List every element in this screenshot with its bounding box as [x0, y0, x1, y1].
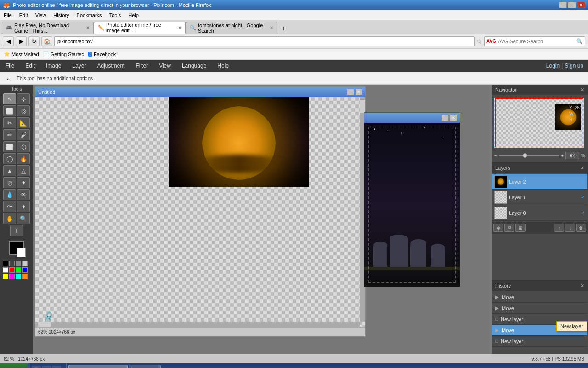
history-move-1[interactable]: ▶ Move	[492, 292, 587, 303]
crop-tool[interactable]: ✂	[3, 117, 16, 128]
zoom-slider[interactable]	[499, 155, 559, 156]
layer-add-group[interactable]: ⊕	[493, 224, 503, 232]
menu-view[interactable]: View	[32, 10, 50, 20]
swatch-dark[interactable]	[9, 261, 15, 266]
hand-tool[interactable]: ✋	[3, 213, 16, 224]
minimize-button[interactable]: _	[559, 2, 567, 8]
zoom-tool[interactable]: 🔍	[17, 213, 30, 224]
zoom-slider-thumb[interactable]	[523, 153, 527, 158]
layer-item-0[interactable]: Layer 0 ✓	[492, 205, 587, 221]
app-menu-file[interactable]: File	[0, 60, 20, 72]
layer-up[interactable]: ↑	[554, 224, 564, 232]
app-menu-edit[interactable]: Edit	[20, 60, 40, 72]
layer-item-2[interactable]: Layer 2 ✓	[492, 174, 587, 190]
canvas-viewport[interactable]: 🔗	[35, 97, 365, 327]
dodge-tool[interactable]: ◯	[3, 153, 16, 164]
text-tool[interactable]: T	[10, 225, 23, 236]
reload-button[interactable]: ↻	[28, 36, 40, 46]
taskbar-haunted[interactable]: 🖼️ haunted	[129, 365, 161, 368]
search-input[interactable]	[498, 39, 574, 44]
layer-down[interactable]: ↓	[565, 224, 575, 232]
eraser-tool[interactable]: ⬜	[3, 141, 16, 152]
swatch-blue[interactable]	[22, 267, 28, 273]
swatch-magenta[interactable]	[9, 274, 15, 279]
app-menu-help[interactable]: Help	[212, 60, 234, 72]
layer-2-visible[interactable]: ✓	[581, 178, 585, 185]
menu-tools[interactable]: Tools	[106, 10, 125, 20]
horizontal-scrollbar[interactable]	[35, 322, 360, 327]
history-close[interactable]: ✕	[580, 283, 584, 289]
swatch-white[interactable]	[3, 267, 8, 273]
brush-tool[interactable]: 🖌	[17, 129, 30, 140]
tab-editor-close[interactable]: ✕	[178, 25, 181, 30]
layer-item-1[interactable]: Layer 1 ✓	[492, 190, 587, 205]
swatch-cyan[interactable]	[16, 274, 21, 279]
taskbar-photo-editor[interactable]: ✏️ Photo editor online ...	[68, 365, 128, 368]
swatch-red[interactable]	[9, 267, 15, 273]
burn-tool[interactable]: 🔥	[17, 153, 30, 164]
stamp-tool[interactable]: ⬡	[17, 141, 30, 152]
search-icon[interactable]: 🔍	[576, 38, 583, 45]
history-newlayer-2[interactable]: □ New layer	[492, 336, 587, 347]
layers-close[interactable]: ✕	[580, 165, 584, 171]
tab-editor[interactable]: ✏️ Photo editor online / free image edit…	[94, 22, 186, 34]
swatch-orange[interactable]	[22, 274, 28, 279]
tab-game[interactable]: 🎮 Play Free, No Download Game | Thirs...…	[2, 22, 94, 34]
quicklaunch-media[interactable]: 🎵	[52, 366, 61, 368]
layer-duplicate[interactable]: ⧉	[504, 224, 514, 232]
layer-delete[interactable]: 🗑	[576, 224, 586, 232]
select-tool[interactable]: ⊹	[17, 93, 30, 104]
swatch-light[interactable]	[22, 261, 28, 266]
eye-dropper-tool[interactable]: 💧	[3, 189, 16, 200]
close-button[interactable]: ✕	[577, 2, 585, 8]
blur-tool[interactable]: ◎	[3, 177, 16, 188]
zoom-in-icon[interactable]: +	[561, 153, 564, 158]
untitled-close[interactable]: ✕	[355, 89, 362, 95]
app-menu-view[interactable]: View	[153, 60, 176, 72]
login-button[interactable]: Login	[546, 63, 560, 69]
fill-tool[interactable]: ▲	[3, 165, 16, 176]
zoom-out-icon[interactable]: −	[494, 153, 497, 158]
measure-tool[interactable]: 📐	[17, 117, 30, 128]
layer-1-visible[interactable]: ✓	[581, 194, 585, 201]
menu-history[interactable]: History	[50, 10, 73, 20]
swatch-black[interactable]	[3, 261, 8, 266]
zoom-value-input[interactable]	[565, 152, 579, 159]
bookmark-facebook[interactable]: f Facebook	[88, 52, 116, 57]
swatch-gray[interactable]	[16, 261, 21, 266]
haunted-minimize[interactable]: _	[441, 115, 449, 121]
app-menu-adjustment[interactable]: Adjustment	[91, 60, 130, 72]
new-tab-button[interactable]: +	[278, 23, 288, 34]
quicklaunch-folder[interactable]: 📁	[42, 366, 51, 368]
menu-bookmarks[interactable]: Bookmarks	[73, 10, 106, 20]
swatch-green[interactable]	[16, 267, 21, 273]
layer-merge[interactable]: ⊞	[515, 224, 526, 232]
app-menu-language[interactable]: Language	[176, 60, 212, 72]
home-button[interactable]: 🏠	[41, 36, 52, 46]
menu-help[interactable]: Help	[124, 10, 142, 20]
signup-button[interactable]: Sign up	[565, 63, 583, 69]
haunted-close[interactable]: ✕	[450, 115, 457, 121]
start-button[interactable]: ⊞ start	[0, 363, 28, 368]
bookmark-getting-started[interactable]: 📄 Getting Started	[43, 51, 85, 57]
untitled-minimize[interactable]: _	[347, 89, 354, 95]
forward-button[interactable]: ▶	[16, 36, 27, 46]
pencil-tool[interactable]: ✏	[3, 129, 16, 140]
app-menu-layer[interactable]: Layer	[67, 60, 91, 72]
sharpen-tool[interactable]: ✦	[17, 177, 30, 188]
quicklaunch-ie[interactable]: 🌐	[32, 366, 41, 368]
gradient-tool[interactable]: △	[17, 165, 30, 176]
foreground-color[interactable]	[9, 241, 24, 255]
menu-file[interactable]: File	[0, 10, 16, 20]
navigator-close[interactable]: ✕	[580, 87, 584, 93]
app-menu-filter[interactable]: Filter	[130, 60, 153, 72]
layer-0-visible[interactable]: ✓	[581, 210, 585, 216]
swatch-yellow[interactable]	[3, 274, 8, 279]
tab-game-close[interactable]: ✕	[86, 25, 90, 30]
bookmark-most-visited[interactable]: ⭐ Most Visited	[4, 51, 39, 57]
tab-search[interactable]: 🔍 tombstones at night - Google Search ✕	[186, 22, 277, 34]
history-move-2[interactable]: ▶ Move	[492, 303, 587, 314]
move-tool[interactable]: ↖	[3, 93, 16, 104]
rect-select-tool[interactable]: ⬜	[3, 105, 16, 116]
address-input[interactable]	[54, 36, 475, 46]
